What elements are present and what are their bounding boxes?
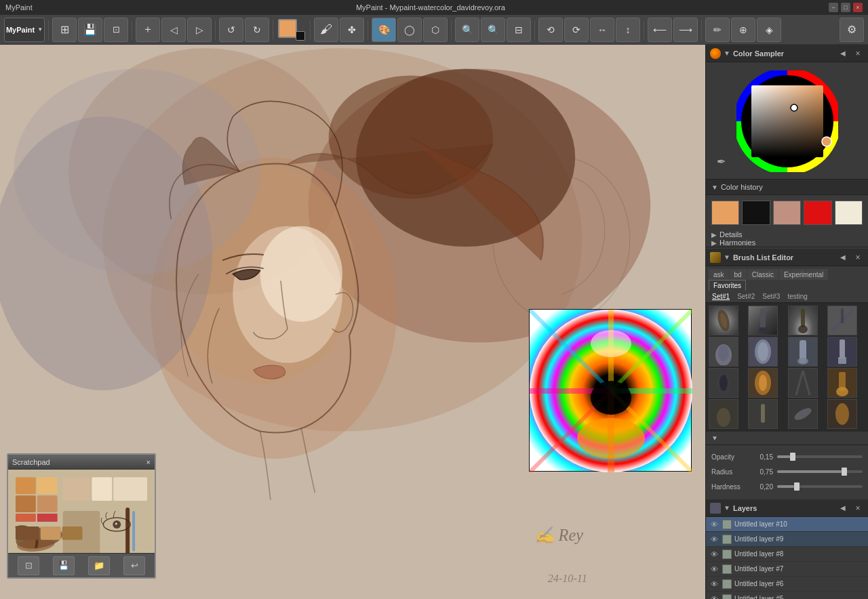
layer-row-5[interactable]: 👁 Untitled layer #5 <box>706 592 868 599</box>
brush-item-9[interactable] <box>709 368 738 398</box>
layer-row-6[interactable]: 👁 Untitled layer #6 <box>706 577 868 592</box>
pick-color-button[interactable]: 🎨 <box>372 18 396 42</box>
rotate-cw-button[interactable]: ⟳ <box>564 18 589 42</box>
brush-item-10[interactable] <box>748 368 778 398</box>
brush-tab-experimental[interactable]: Experimental <box>779 269 828 280</box>
hardness-slider[interactable] <box>777 485 863 488</box>
color-swatch-button[interactable] <box>277 18 307 42</box>
brush-subtab-set3[interactable]: Set#3 <box>759 292 783 301</box>
color-wheel-svg[interactable] <box>736 70 838 172</box>
brush-item-16[interactable] <box>827 399 857 429</box>
scratchpad-save-button[interactable]: 💾 <box>53 556 75 575</box>
app-menu-button[interactable]: MyPaint ▼ <box>4 18 45 42</box>
settings-button[interactable]: ⚙ <box>840 18 864 42</box>
radius-slider[interactable] <box>777 470 863 473</box>
brush-item-5[interactable] <box>709 337 738 367</box>
color-history-swatch-3[interactable] <box>773 201 801 225</box>
layer-7-visibility-button[interactable]: 👁 <box>709 564 719 575</box>
brush-grid-collapse[interactable]: ▼ <box>706 432 868 445</box>
color-history-swatch-4[interactable] <box>804 201 831 225</box>
brush-item-14[interactable] <box>748 399 778 429</box>
layer-row-9[interactable]: 👁 Untitled layer #9 <box>706 532 868 547</box>
tool3-button[interactable]: ◈ <box>757 18 781 42</box>
hardness-thumb[interactable] <box>794 482 800 491</box>
close-layers-button[interactable]: × <box>852 502 864 514</box>
brush-item-8[interactable] <box>827 337 857 367</box>
brush-item-4[interactable] <box>827 306 857 335</box>
layer-9-visibility-button[interactable]: 👁 <box>709 534 719 545</box>
details-row[interactable]: ▶ Details <box>706 230 868 239</box>
scratchpad-load-button[interactable]: 📁 <box>88 556 110 575</box>
brush-item-11[interactable] <box>788 368 818 398</box>
brush-item-6[interactable] <box>748 337 778 367</box>
layer-8-visibility-button[interactable]: 👁 <box>709 549 719 560</box>
pin-button[interactable]: ◀ <box>837 47 849 60</box>
close-button[interactable]: × <box>853 3 863 12</box>
scratchpad-clear-button[interactable]: ⊡ <box>18 556 39 575</box>
forward-button[interactable]: ▷ <box>187 18 212 42</box>
brush-item-7[interactable] <box>788 337 818 367</box>
zoom-out-button[interactable]: 🔍 <box>481 18 505 42</box>
color-history-swatch-5[interactable] <box>835 201 863 225</box>
radius-thumb[interactable] <box>842 468 847 476</box>
pin-layers-button[interactable]: ◀ <box>837 502 849 514</box>
layer-6-visibility-button[interactable]: 👁 <box>709 579 719 590</box>
collapse-brush-arrow-icon[interactable]: ▼ <box>724 253 730 261</box>
maximize-button[interactable]: □ <box>841 3 850 12</box>
scratchpad-header[interactable]: Scratchpad × <box>8 455 155 470</box>
save-button[interactable]: 💾 <box>78 18 102 42</box>
layer-row-8[interactable]: 👁 Untitled layer #8 <box>706 547 868 562</box>
close-brush-editor-button[interactable]: × <box>852 251 864 264</box>
color-history-swatch-2[interactable] <box>742 201 770 225</box>
minimize-button[interactable]: − <box>829 3 838 12</box>
layer-row-7[interactable]: 👁 Untitled layer #7 <box>706 562 868 577</box>
brush-tab-classic[interactable]: Classic <box>747 269 778 280</box>
opacity-slider[interactable] <box>777 455 863 458</box>
eyedropper-button[interactable]: ✒ <box>717 155 726 168</box>
scratchpad-close-icon[interactable]: × <box>146 458 151 466</box>
canvas-area[interactable]: ✍ Rey 24-10-11 <box>0 45 705 599</box>
fit-button[interactable]: ⊡ <box>104 18 128 42</box>
redo-button[interactable]: ↻ <box>245 18 269 42</box>
layer-row-10[interactable]: 👁 Untitled layer #10 <box>706 517 868 532</box>
color-wheel-wrapper[interactable] <box>736 70 838 172</box>
brush-selector-button[interactable]: 🖌 <box>314 18 338 42</box>
brush-subtab-testing[interactable]: testing <box>784 292 810 301</box>
zoom-fit-button[interactable]: ⊟ <box>507 18 531 42</box>
opacity-thumb[interactable] <box>790 453 795 461</box>
brush-tool-button[interactable]: ✏ <box>705 18 730 42</box>
erase-button[interactable]: ◯ <box>397 18 422 42</box>
tool2-button[interactable]: ⊕ <box>731 18 755 42</box>
layer-10-visibility-button[interactable]: 👁 <box>709 519 719 530</box>
flip-v-button[interactable]: ↕ <box>616 18 640 42</box>
color-history-swatch-1[interactable] <box>711 201 739 225</box>
scratchpad-undo-button[interactable]: ↩ <box>123 556 145 575</box>
brush-item-12[interactable] <box>827 368 857 398</box>
harmonies-row[interactable]: ▶ Harmonies <box>706 239 868 247</box>
brush-item-13[interactable] <box>709 399 738 429</box>
undo-button[interactable]: ↺ <box>219 18 243 42</box>
brush-item-3[interactable] <box>788 306 818 335</box>
add-layer-button[interactable]: ＋ <box>136 18 160 42</box>
brush-subtab-set1[interactable]: Set#1 <box>709 292 733 301</box>
zoom-in-button[interactable]: 🔍 <box>455 18 479 42</box>
color-history-header[interactable]: ▼ Color history <box>706 179 868 195</box>
pin-brush-button[interactable]: ◀ <box>837 251 849 264</box>
brush-item-1[interactable] <box>709 306 738 335</box>
back-button[interactable]: ◁ <box>161 18 186 42</box>
brush-settings-button[interactable]: ✤ <box>340 18 364 42</box>
rotate-ccw-button[interactable]: ⟲ <box>538 18 563 42</box>
prev-frame-button[interactable]: ⟵ <box>648 18 672 42</box>
layer-5-visibility-button[interactable]: 👁 <box>709 594 719 600</box>
brush-subtab-set2[interactable]: Set#2 <box>734 292 758 301</box>
close-color-sampler-button[interactable]: × <box>852 47 864 60</box>
collapse-arrow-icon[interactable]: ▼ <box>724 49 730 57</box>
brush-item-15[interactable] <box>788 399 818 429</box>
smear-button[interactable]: ⬡ <box>423 18 448 42</box>
brush-tab-bd[interactable]: bd <box>730 269 747 280</box>
next-frame-button[interactable]: ⟶ <box>673 18 698 42</box>
collapse-layers-arrow-icon[interactable]: ▼ <box>724 504 730 512</box>
flip-h-button[interactable]: ↔ <box>590 18 614 42</box>
brush-tab-favorites[interactable]: Favorites <box>709 280 746 291</box>
new-view-button[interactable]: ⊞ <box>52 18 77 42</box>
